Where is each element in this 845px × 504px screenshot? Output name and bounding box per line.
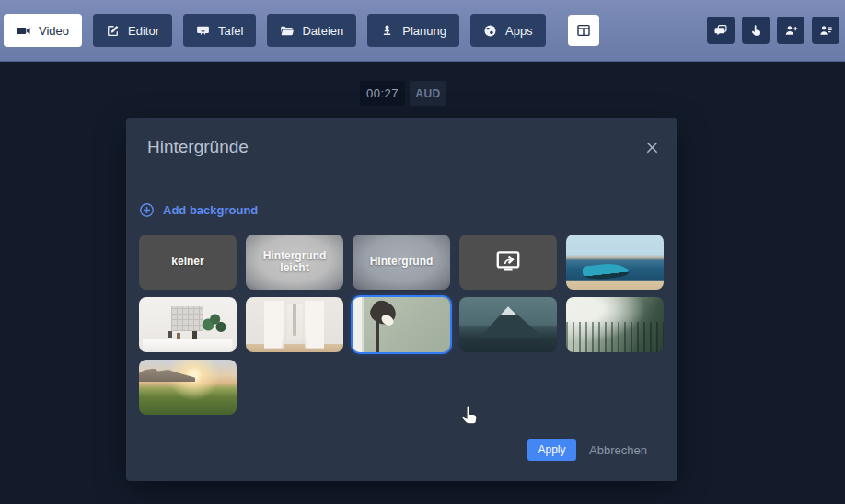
audio-badge: AUD bbox=[410, 81, 446, 106]
close-button[interactable] bbox=[643, 139, 660, 155]
layout-grid-icon bbox=[576, 23, 591, 38]
add-background-button[interactable]: Add background bbox=[139, 202, 258, 218]
background-tile-hintergrund[interactable]: Hintergrund bbox=[353, 235, 450, 290]
background-tile-lamp-green-wall[interactable] bbox=[353, 297, 450, 352]
add-person-button[interactable] bbox=[777, 17, 804, 44]
background-tile-desk-plant[interactable] bbox=[139, 297, 237, 352]
close-icon bbox=[645, 141, 659, 155]
background-tile-hintergrund-leicht[interactable]: Hintergrund leicht bbox=[246, 235, 343, 290]
tab-label: Dateien bbox=[302, 24, 343, 38]
tab-video[interactable]: Video bbox=[4, 14, 82, 47]
raise-hand-button[interactable] bbox=[742, 17, 770, 44]
background-tile-grid: keinerHintergrund leichtHintergrund bbox=[139, 235, 664, 415]
background-tile-beach-boat[interactable] bbox=[566, 235, 664, 290]
participants-button[interactable] bbox=[812, 17, 839, 44]
screen-share-tile[interactable] bbox=[459, 235, 557, 290]
top-toolbar: Video Editor Tafel Dateien Planung Apps bbox=[0, 0, 845, 62]
toolbar-right-group bbox=[707, 17, 845, 44]
chat-button[interactable] bbox=[707, 17, 735, 44]
tab-tafel[interactable]: Tafel bbox=[183, 14, 256, 47]
background-tile-keiner[interactable]: keiner bbox=[139, 235, 237, 290]
edit-pencil-icon bbox=[106, 24, 120, 38]
globe-icon bbox=[483, 24, 497, 38]
add-background-label: Add background bbox=[163, 203, 258, 217]
stage-status-group: 00:27 AUD bbox=[360, 81, 446, 106]
video-camera-icon bbox=[17, 24, 30, 38]
tab-apps[interactable]: Apps bbox=[470, 14, 546, 47]
background-tile-mountain-peak[interactable] bbox=[459, 297, 557, 352]
chat-bubbles-icon bbox=[714, 24, 728, 38]
tab-planung[interactable]: Planung bbox=[367, 14, 459, 47]
hand-pointer-icon bbox=[749, 24, 763, 38]
cancel-button[interactable]: Abbrechen bbox=[589, 439, 647, 461]
tile-label: Hintergrund leicht bbox=[246, 250, 343, 274]
tile-label: Hintergrund bbox=[367, 256, 436, 268]
backgrounds-modal: Hintergründe Add background keinerHinter… bbox=[126, 118, 677, 481]
tile-label: keiner bbox=[168, 256, 206, 268]
background-tile-foggy-forest[interactable] bbox=[566, 297, 664, 352]
folder-icon bbox=[280, 24, 294, 38]
toolbar-tab-group: Video Editor Tafel Dateien Planung Apps bbox=[0, 14, 599, 47]
tab-label: Editor bbox=[128, 24, 159, 38]
person-node-icon bbox=[380, 24, 394, 38]
background-tile-white-doors[interactable] bbox=[246, 297, 343, 352]
tab-label: Apps bbox=[505, 24, 533, 38]
tab-label: Tafel bbox=[218, 24, 243, 38]
plus-circle-icon bbox=[139, 202, 155, 218]
tab-label: Video bbox=[39, 24, 69, 38]
layout-toggle-button[interactable] bbox=[568, 15, 599, 46]
add-person-icon bbox=[784, 24, 798, 38]
tab-label: Planung bbox=[402, 24, 446, 38]
tab-editor[interactable]: Editor bbox=[93, 14, 172, 47]
modal-title: Hintergründe bbox=[147, 137, 249, 157]
screen-share-icon bbox=[494, 250, 522, 274]
participants-list-icon bbox=[819, 24, 833, 38]
apply-button[interactable]: Apply bbox=[527, 439, 576, 461]
tab-dateien[interactable]: Dateien bbox=[267, 14, 356, 47]
background-tile-meadow-sunrise[interactable] bbox=[139, 360, 237, 415]
session-timer: 00:27 bbox=[360, 81, 405, 106]
whiteboard-icon bbox=[196, 24, 210, 38]
